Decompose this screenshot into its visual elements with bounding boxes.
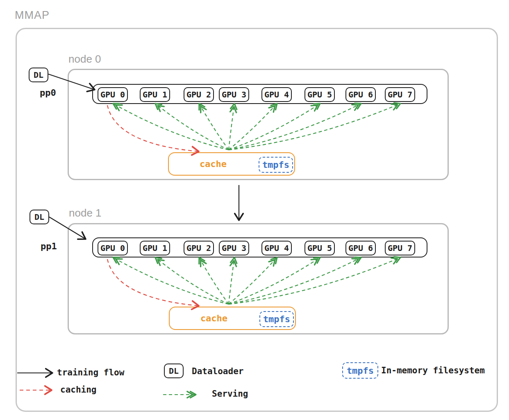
diagram-title: MMAP — [15, 9, 50, 22]
node0-cache-box: cache tmpfs — [168, 152, 295, 176]
legend-tmpfs-symbol: tmpfs — [342, 362, 378, 379]
node1-dataloader-box: DL — [30, 210, 49, 224]
node1-gpu-row: GPU 0 GPU 1 GPU 2 GPU 3 GPU 4 GPU 5 GPU … — [92, 237, 427, 257]
node1-pipeline-label: pp1 — [41, 241, 57, 251]
node0-tmpfs-box: tmpfs — [259, 157, 293, 173]
legend-tmpfs-symbol-label: tmpfs — [347, 366, 374, 376]
legend-caching-label: caching — [60, 385, 97, 395]
legend-dataloader-label: Dataloader — [192, 366, 243, 376]
node1-gpu-0: GPU 0 — [98, 241, 128, 255]
node0-tmpfs-label: tmpfs — [262, 160, 289, 170]
node1-gpu-3: GPU 3 — [219, 241, 249, 255]
legend-in-memory-filesystem-label: In-memory filesystem — [381, 366, 485, 375]
node1-gpu-7: GPU 7 — [385, 241, 415, 255]
node0-gpu-row: GPU 0 GPU 1 GPU 2 GPU 3 GPU 4 GPU 5 GPU … — [92, 84, 427, 104]
node1-label: node 1 — [69, 207, 102, 219]
node1-gpu-5: GPU 5 — [304, 241, 335, 255]
node0-dataloader-label: DL — [34, 70, 43, 80]
node0-gpu-3: GPU 3 — [219, 87, 249, 102]
node0-pipeline-label: pp0 — [40, 88, 56, 98]
node1-dataloader-label: DL — [34, 212, 44, 222]
node1-tmpfs-label: tmpfs — [263, 314, 290, 324]
legend-training-flow-label: training flow — [57, 368, 124, 377]
node0-label: node 0 — [68, 53, 101, 65]
legend-dataloader-symbol: DL — [164, 364, 184, 378]
node0-gpu-6: GPU 6 — [345, 87, 376, 102]
node1-tmpfs-box: tmpfs — [259, 311, 294, 327]
node1-gpu-6: GPU 6 — [345, 241, 376, 255]
node1-gpu-4: GPU 4 — [261, 241, 292, 255]
node0-gpu-2: GPU 2 — [184, 87, 214, 102]
node0-gpu-0: GPU 0 — [98, 87, 128, 102]
legend-serving-label: Serving — [212, 389, 248, 399]
node1-gpu-2: GPU 2 — [184, 241, 214, 255]
node0-gpu-5: GPU 5 — [304, 87, 335, 102]
mmap-diagram: MMAP node 0 DL pp0 GPU 0 GPU 1 GPU 2 GPU… — [0, 0, 509, 420]
node0-gpu-4: GPU 4 — [261, 87, 292, 102]
node0-cache-label: cache — [169, 153, 257, 175]
node0-gpu-7: GPU 7 — [385, 87, 415, 102]
node0-dataloader-box: DL — [29, 68, 48, 82]
node1-cache-box: cache tmpfs — [169, 307, 296, 330]
node0-gpu-1: GPU 1 — [140, 87, 170, 102]
legend-dataloader-symbol-label: DL — [169, 366, 179, 376]
node1-cache-label: cache — [170, 307, 258, 329]
node1-gpu-1: GPU 1 — [140, 241, 170, 255]
